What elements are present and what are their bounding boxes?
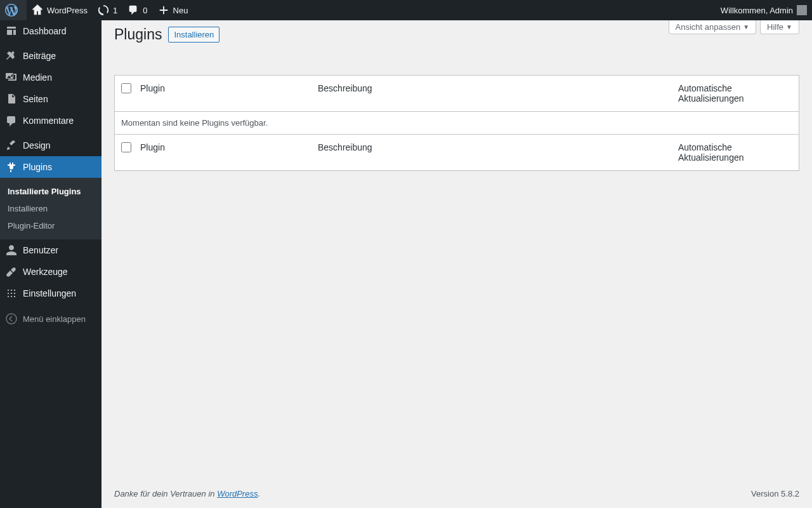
admin-sidebar: Dashboard Beiträge Medien Seiten Komment… xyxy=(0,20,102,508)
sidebar-item-users[interactable]: Benutzer xyxy=(0,239,102,261)
sidebar-item-label: Seiten xyxy=(23,94,48,104)
sidebar-item-tools[interactable]: Werkzeuge xyxy=(0,261,102,283)
footer-thanks-suffix: . xyxy=(258,489,260,498)
collapse-menu-button[interactable]: Menü einklappen xyxy=(0,307,102,330)
sidebar-item-dashboard[interactable]: Dashboard xyxy=(0,20,102,42)
wp-logo-menu[interactable] xyxy=(0,0,27,20)
comments-menu[interactable]: 0 xyxy=(122,0,152,20)
sidebar-item-label: Kommentare xyxy=(23,116,74,126)
footer: Danke für dein Vertrauen in WordPress. V… xyxy=(102,479,812,508)
content-area: Plugins Installieren Plugin Beschreibung… xyxy=(102,20,812,508)
sidebar-item-label: Design xyxy=(23,140,51,150)
sidebar-item-plugins[interactable]: Plugins xyxy=(0,156,102,178)
site-name-menu[interactable]: WordPress xyxy=(27,0,93,20)
user-icon xyxy=(5,244,18,257)
site-name-label: WordPress xyxy=(47,6,88,15)
select-all-checkbox[interactable] xyxy=(121,83,131,93)
sidebar-item-posts[interactable]: Beiträge xyxy=(0,45,102,67)
updates-count: 1 xyxy=(113,6,117,15)
greeting-label: Willkommen, Admin xyxy=(721,6,793,15)
page-title: Plugins xyxy=(114,26,162,43)
avatar-icon xyxy=(797,5,807,15)
sidebar-item-media[interactable]: Medien xyxy=(0,67,102,88)
update-icon xyxy=(98,4,109,16)
chevron-down-icon: ▼ xyxy=(786,23,792,30)
settings-icon xyxy=(5,287,18,300)
brush-icon xyxy=(5,139,18,152)
screen-options-label: Ansicht anpassen xyxy=(676,22,741,32)
collapse-label: Menü einklappen xyxy=(23,314,86,324)
submenu-plugin-editor[interactable]: Plugin-Editor xyxy=(0,217,102,234)
plugin-icon xyxy=(5,161,18,173)
sidebar-item-comments[interactable]: Kommentare xyxy=(0,110,102,131)
sidebar-item-pages[interactable]: Seiten xyxy=(0,88,102,110)
screen-options-toggle[interactable]: Ansicht anpassen ▼ xyxy=(669,20,757,34)
sidebar-item-label: Benutzer xyxy=(23,245,58,255)
footer-version: Version 5.8.2 xyxy=(751,489,799,498)
sidebar-item-label: Dashboard xyxy=(23,26,67,36)
submenu-installed-plugins[interactable]: Installierte Plugins xyxy=(0,183,102,200)
screen-meta-links: Ansicht anpassen ▼ Hilfe ▼ xyxy=(669,20,799,34)
submenu-install[interactable]: Installieren xyxy=(0,200,102,217)
updates-menu[interactable]: 1 xyxy=(93,0,122,20)
plugins-submenu: Installierte Plugins Installieren Plugin… xyxy=(0,178,102,239)
sidebar-item-appearance[interactable]: Design xyxy=(0,135,102,156)
my-account-menu[interactable]: Willkommen, Admin xyxy=(716,0,812,20)
collapse-icon xyxy=(5,312,18,325)
comments-count: 0 xyxy=(143,6,147,15)
svg-point-0 xyxy=(6,314,16,324)
column-plugin-footer[interactable]: Plugin xyxy=(134,134,311,170)
help-toggle[interactable]: Hilfe ▼ xyxy=(760,20,799,34)
new-content-menu[interactable]: Neu xyxy=(153,0,193,20)
page-icon xyxy=(5,93,18,105)
wrench-icon xyxy=(5,265,18,278)
help-label: Hilfe xyxy=(767,22,783,32)
column-description-footer[interactable]: Beschreibung xyxy=(311,134,672,170)
chevron-down-icon: ▼ xyxy=(743,23,749,30)
footer-thanks-prefix: Danke für dein Vertrauen in xyxy=(114,489,217,498)
footer-wordpress-link[interactable]: WordPress xyxy=(217,489,258,498)
home-icon xyxy=(32,4,43,16)
empty-row: Momentan sind keine Plugins verfügbar. xyxy=(115,112,799,134)
select-all-checkbox-footer[interactable] xyxy=(121,142,131,152)
column-description[interactable]: Beschreibung xyxy=(311,76,672,112)
dashboard-icon xyxy=(5,25,18,37)
admin-bar: WordPress 1 0 Neu Willkommen, Admin xyxy=(0,0,812,20)
column-plugin[interactable]: Plugin xyxy=(134,76,311,112)
install-plugin-button[interactable]: Installieren xyxy=(168,27,219,43)
sidebar-item-settings[interactable]: Einstellungen xyxy=(0,283,102,304)
new-label: Neu xyxy=(173,6,188,15)
footer-thanks: Danke für dein Vertrauen in WordPress. xyxy=(114,489,260,498)
wordpress-logo-icon xyxy=(5,4,18,17)
comment-icon xyxy=(128,4,139,16)
plus-icon xyxy=(158,4,169,16)
column-auto-updates[interactable]: Automatische Aktualisierungen xyxy=(672,76,799,112)
select-all-footer xyxy=(115,134,134,170)
sidebar-item-label: Beiträge xyxy=(23,51,56,61)
empty-message: Momentan sind keine Plugins verfügbar. xyxy=(115,112,799,134)
plugins-table: Plugin Beschreibung Automatische Aktuali… xyxy=(114,75,799,171)
sidebar-item-label: Einstellungen xyxy=(23,288,76,298)
pin-icon xyxy=(5,50,18,62)
sidebar-item-label: Plugins xyxy=(23,162,52,172)
sidebar-item-label: Werkzeuge xyxy=(23,267,68,277)
sidebar-item-label: Medien xyxy=(23,72,52,83)
media-icon xyxy=(5,71,18,84)
select-all-header xyxy=(115,76,134,112)
column-auto-updates-footer[interactable]: Automatische Aktualisierungen xyxy=(672,134,799,170)
comment-icon xyxy=(5,114,18,127)
